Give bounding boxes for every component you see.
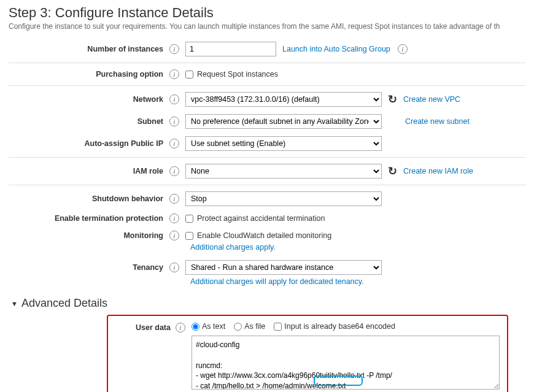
publicip-label: Auto-assign Public IP: [9, 139, 168, 148]
info-icon[interactable]: i: [169, 263, 179, 272]
iam-label: IAM role: [9, 167, 168, 175]
info-icon[interactable]: i: [169, 94, 179, 104]
termprotect-checkbox[interactable]: [185, 215, 193, 223]
userdata-astext-radio[interactable]: [192, 323, 199, 331]
termprotect-label: Enable termination protection: [9, 214, 168, 223]
userdata-label: User data: [115, 322, 174, 332]
info-icon[interactable]: i: [169, 44, 179, 54]
tenancy-label: Tenancy: [9, 263, 168, 272]
spot-checkbox-label[interactable]: Request Spot instances: [185, 70, 278, 79]
refresh-icon[interactable]: ↻: [388, 93, 397, 106]
userdata-textarea[interactable]: [192, 336, 500, 390]
create-iam-link[interactable]: Create new IAM role: [403, 167, 473, 175]
create-vpc-link[interactable]: Create new VPC: [403, 95, 460, 104]
monitoring-text: Enable CloudWatch detailed monitoring: [197, 231, 331, 240]
num-instances-label: Number of instances: [9, 45, 168, 53]
info-icon[interactable]: i: [169, 166, 179, 176]
termprotect-checkbox-label[interactable]: Protect against accidental termination: [185, 214, 325, 223]
num-instances-input[interactable]: [185, 42, 276, 56]
subnet-select[interactable]: No preference (default subnet in any Ava…: [185, 114, 382, 129]
userdata-asfile-label: As file: [244, 322, 265, 331]
userdata-b64-checkbox[interactable]: [274, 323, 282, 331]
subnet-label: Subnet: [9, 117, 168, 126]
tenancy-charges-link[interactable]: Additional charges will apply for dedica…: [190, 277, 525, 286]
monitoring-checkbox[interactable]: [185, 232, 193, 240]
advanced-details-toggle[interactable]: ▼ Advanced Details: [11, 297, 525, 310]
shutdown-label: Shutdown behavior: [9, 194, 168, 203]
spot-checkbox[interactable]: [185, 71, 193, 79]
info-icon[interactable]: i: [169, 194, 179, 204]
network-select[interactable]: vpc-38ff9453 (172.31.0.0/16) (default): [185, 92, 382, 107]
divider: [9, 157, 525, 158]
info-icon[interactable]: i: [169, 213, 179, 223]
caret-down-icon: ▼: [11, 300, 18, 307]
divider: [9, 63, 525, 63]
shutdown-select[interactable]: Stop: [185, 191, 382, 206]
termprotect-text: Protect against accidental termination: [197, 214, 325, 223]
publicip-select[interactable]: Use subnet setting (Enable): [185, 136, 382, 151]
userdata-callout: User data i As text As file Input is alr…: [107, 315, 508, 392]
monitoring-label: Monitoring: [9, 231, 168, 240]
info-icon[interactable]: i: [169, 139, 179, 148]
divider: [9, 185, 525, 185]
refresh-icon[interactable]: ↻: [388, 164, 397, 178]
tenancy-select[interactable]: Shared - Run a shared hardware instance: [185, 260, 382, 275]
purchasing-label: Purchasing option: [9, 70, 168, 79]
userdata-b64-label: Input is already base64 encoded: [284, 322, 395, 331]
info-icon[interactable]: i: [176, 323, 185, 332]
page-title: Step 3: Configure Instance Details: [9, 5, 525, 21]
userdata-asfile-radio[interactable]: [234, 323, 242, 331]
advanced-details-title: Advanced Details: [21, 297, 107, 310]
info-icon[interactable]: i: [169, 69, 179, 79]
create-subnet-link[interactable]: Create new subnet: [405, 117, 470, 126]
spot-checkbox-text: Request Spot instances: [197, 70, 278, 79]
monitoring-checkbox-label[interactable]: Enable CloudWatch detailed monitoring: [185, 231, 331, 240]
info-icon[interactable]: i: [169, 231, 179, 240]
iam-select[interactable]: None: [185, 164, 382, 179]
userdata-astext-label: As text: [202, 322, 225, 331]
page-subtitle: Configure the instance to suit your requ…: [9, 22, 525, 31]
info-icon[interactable]: i: [398, 44, 408, 54]
divider: [9, 85, 525, 86]
network-label: Network: [9, 95, 168, 104]
auto-scaling-link[interactable]: Launch into Auto Scaling Group: [282, 45, 390, 53]
info-icon[interactable]: i: [169, 117, 179, 126]
monitoring-charges-link[interactable]: Additional charges apply.: [190, 243, 525, 252]
